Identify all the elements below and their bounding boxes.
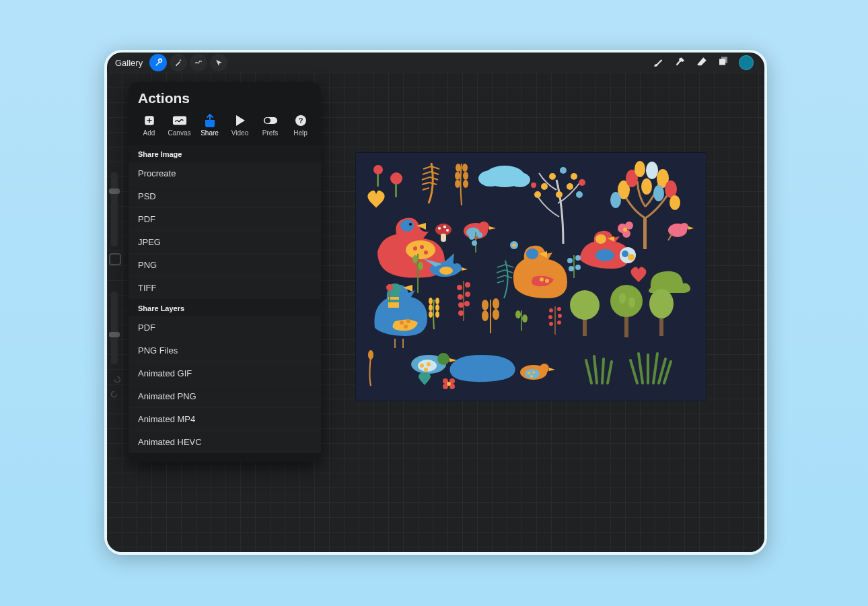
svg-point-23 [534, 191, 541, 198]
svg-point-121 [429, 304, 433, 311]
tab-label: Prefs [262, 129, 278, 137]
svg-point-115 [465, 292, 470, 297]
tab-canvas[interactable]: Canvas [166, 113, 193, 138]
actions-popover: Actions AddCanvasShareVideoPrefs?Help Sh… [129, 82, 321, 462]
list-item[interactable]: PDF [129, 316, 321, 339]
svg-point-56 [443, 226, 446, 228]
undo-icon[interactable] [111, 374, 120, 384]
brush-icon[interactable] [653, 56, 665, 70]
svg-point-176 [515, 310, 521, 318]
svg-point-129 [493, 309, 499, 320]
svg-point-131 [549, 308, 553, 312]
svg-point-66 [472, 240, 477, 246]
svg-point-6 [390, 172, 402, 184]
list-item[interactable]: Procreate [129, 162, 321, 184]
section-header: Share Image [129, 145, 321, 162]
svg-point-144 [649, 289, 674, 318]
eraser-icon[interactable] [696, 56, 708, 70]
tab-prefs[interactable]: Prefs [256, 113, 284, 138]
brush-size-slider[interactable] [111, 172, 118, 246]
list-item[interactable]: PNG [129, 253, 321, 276]
wrench-icon[interactable] [149, 54, 167, 71]
svg-point-134 [558, 314, 562, 318]
svg-point-178 [386, 284, 393, 291]
svg-point-35 [610, 192, 621, 208]
svg-point-112 [457, 285, 462, 290]
video-icon [233, 114, 248, 127]
svg-point-122 [435, 304, 439, 311]
svg-point-75 [540, 277, 544, 281]
svg-point-29 [579, 179, 585, 186]
svg-point-92 [622, 250, 628, 257]
actions-tabs: AddCanvasShareVideoPrefs?Help [129, 113, 321, 145]
wand-icon[interactable] [170, 54, 187, 71]
gallery-button[interactable]: Gallery [114, 58, 148, 68]
list-item[interactable]: PDF [129, 207, 321, 230]
svg-point-22 [463, 180, 468, 188]
svg-point-140 [610, 285, 643, 317]
slider-thumb[interactable] [109, 189, 120, 194]
svg-point-117 [464, 301, 470, 306]
selection-icon[interactable] [190, 54, 207, 71]
svg-rect-5 [377, 174, 379, 187]
svg-point-123 [429, 311, 433, 318]
svg-point-48 [409, 223, 412, 226]
redo-icon[interactable] [111, 389, 120, 399]
svg-point-187 [264, 118, 270, 123]
cursor-icon[interactable] [210, 54, 227, 71]
svg-point-41 [653, 185, 664, 201]
list-item[interactable]: Animated MP4 [129, 407, 321, 430]
list-item[interactable]: TIFF [129, 276, 321, 299]
list-item[interactable]: PSD [129, 184, 321, 207]
slider-thumb[interactable] [109, 332, 120, 337]
active-color[interactable] [739, 55, 754, 70]
svg-point-138 [570, 290, 600, 320]
tab-help[interactable]: ?Help [287, 113, 314, 138]
popover-title: Actions [129, 82, 321, 113]
svg-point-32 [556, 191, 563, 198]
svg-point-24 [541, 183, 548, 190]
prefs-icon [263, 114, 278, 127]
svg-point-126 [482, 300, 489, 310]
svg-point-47 [400, 220, 414, 232]
svg-point-60 [478, 222, 489, 232]
svg-point-76 [545, 279, 549, 283]
svg-point-4 [373, 165, 383, 174]
svg-point-57 [446, 229, 449, 232]
svg-point-141 [619, 293, 626, 304]
svg-point-17 [456, 164, 461, 172]
svg-point-156 [528, 372, 530, 374]
list-item[interactable]: Animated GIF [129, 362, 321, 384]
svg-point-73 [526, 248, 538, 259]
svg-point-30 [567, 183, 573, 190]
svg-point-18 [462, 164, 468, 172]
svg-point-89 [569, 266, 574, 271]
svg-point-116 [458, 302, 464, 308]
svg-point-150 [427, 362, 431, 366]
canvas-icon [172, 114, 187, 127]
svg-point-85 [623, 228, 627, 232]
tab-video[interactable]: Video [226, 113, 254, 138]
svg-point-3 [509, 172, 530, 187]
svg-point-136 [557, 321, 561, 325]
svg-rect-184 [172, 116, 186, 125]
tab-add[interactable]: Add [135, 113, 163, 138]
svg-point-181 [412, 255, 418, 263]
svg-point-72 [439, 267, 453, 275]
svg-point-113 [465, 282, 470, 288]
list-item[interactable]: PNG Files [129, 339, 321, 362]
svg-point-90 [575, 265, 581, 270]
svg-point-151 [424, 368, 428, 372]
opacity-slider[interactable] [111, 292, 118, 364]
layers-icon[interactable] [717, 56, 729, 70]
svg-marker-185 [236, 115, 245, 126]
list-item[interactable]: Animated PNG [129, 384, 321, 407]
tab-share[interactable]: Share [196, 113, 223, 138]
tab-label: Share [201, 129, 219, 137]
list-item[interactable]: JPEG [129, 230, 321, 253]
svg-point-119 [429, 298, 433, 304]
list-item[interactable]: Animated HEVC [129, 430, 321, 453]
modifier-button[interactable] [109, 253, 121, 265]
svg-point-25 [531, 182, 536, 188]
smudge-icon[interactable] [674, 56, 686, 70]
